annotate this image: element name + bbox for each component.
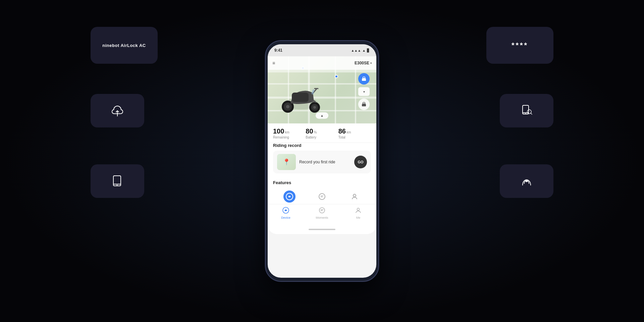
status-time: 9:41	[274, 48, 282, 53]
stat-remaining-label: Remaining	[273, 136, 306, 139]
device-name-display[interactable]: E300SE ▾	[355, 61, 372, 65]
passcode-label: ****	[512, 41, 528, 50]
stat-total-label: Total	[338, 136, 371, 139]
riding-map-thumbnail: 📍	[277, 154, 296, 170]
map-pin	[335, 75, 338, 78]
feature-icon-me[interactable]	[338, 191, 371, 203]
map-area: ≡ E300SE ▾	[268, 56, 376, 123]
map-header-bar: ≡ E300SE ▾	[268, 56, 376, 70]
bottom-nav: Device Moments	[268, 204, 376, 225]
stat-total: 86 km Total	[338, 127, 371, 139]
unlock-button[interactable]	[358, 73, 370, 85]
nav-me-icon	[355, 207, 362, 215]
me-feat-icon	[348, 191, 361, 203]
nav-me[interactable]: Me	[340, 207, 376, 219]
phone-frame: 9:41 ▲▲▲ ▲ ▊	[265, 40, 379, 282]
wifi-icon: ▲	[362, 49, 366, 52]
features-title: Features	[273, 180, 371, 188]
tablet-left-icon	[110, 174, 125, 189]
phone-screen: 9:41 ▲▲▲ ▲ ▊	[268, 44, 376, 278]
riding-record-title: Riding record	[273, 143, 371, 151]
map-road	[268, 70, 376, 72]
nav-device-label: Device	[281, 216, 290, 219]
features-section: Features	[268, 177, 376, 204]
svg-point-18	[319, 194, 325, 200]
seat-icon: ▲	[320, 114, 324, 117]
stat-battery-label: Battery	[306, 136, 338, 139]
nav-device[interactable]: Device	[268, 207, 304, 219]
lock-button[interactable]	[358, 99, 370, 110]
svg-point-12	[286, 105, 289, 108]
features-icons	[273, 188, 371, 204]
device-right-card[interactable]	[500, 94, 553, 127]
svg-point-26	[357, 208, 360, 211]
stats-row: 100 km Remaining 80 % Battery 86 km	[268, 123, 376, 143]
feature-icon-moments[interactable]	[306, 191, 338, 203]
stat-total-value: 86 km	[338, 127, 371, 135]
svg-point-5	[525, 113, 526, 114]
signal-icon: ▲▲▲	[351, 49, 361, 52]
svg-rect-16	[292, 93, 309, 102]
arrow-down-button[interactable]: ▾	[358, 87, 370, 96]
upload-card[interactable]	[91, 94, 144, 127]
riding-record-text: Record you first ride	[299, 159, 351, 165]
riding-record-card[interactable]: 📍 Record you first ride GO	[273, 151, 371, 173]
svg-point-15	[313, 106, 316, 109]
nav-moments-label: Moments	[316, 216, 328, 219]
stat-remaining-value: 100 km	[273, 127, 306, 135]
home-indicator	[268, 225, 376, 234]
home-bar	[309, 229, 335, 230]
stat-battery: 80 % Battery	[306, 127, 338, 139]
passcode-card[interactable]: ****	[486, 27, 553, 64]
status-icons: ▲▲▲ ▲ ▊	[351, 49, 370, 52]
go-button[interactable]: GO	[354, 156, 367, 168]
stat-battery-value: 80 %	[306, 127, 338, 135]
map-pin-icon: 📍	[283, 158, 290, 166]
phone-wrapper: 9:41 ▲▲▲ ▲ ▊	[265, 40, 379, 282]
nav-moments-icon	[319, 207, 325, 215]
nav-device-icon	[282, 207, 289, 215]
stat-remaining: 100 km Remaining	[273, 127, 306, 139]
tablet-left-card[interactable]	[91, 164, 144, 198]
device-feat-icon	[283, 191, 296, 203]
status-bar: 9:41 ▲▲▲ ▲ ▊	[268, 44, 376, 56]
svg-point-21	[353, 194, 356, 197]
moments-feat-icon	[316, 191, 328, 203]
battery-icon: ▊	[367, 49, 370, 52]
svg-line-7	[531, 113, 532, 114]
nav-moments[interactable]: Moments	[304, 207, 340, 219]
svg-point-2	[117, 185, 118, 186]
nav-me-label: Me	[356, 216, 361, 219]
svg-point-23	[319, 208, 325, 213]
airlock-card[interactable]: ninebot AirLock AC	[91, 27, 158, 64]
menu-icon[interactable]: ≡	[272, 60, 275, 66]
seat-open-button[interactable]: ▲	[316, 112, 328, 119]
broadcast-icon	[519, 174, 534, 189]
device-right-icon	[519, 103, 534, 118]
feature-icon-device[interactable]	[273, 191, 306, 203]
upload-icon	[110, 103, 125, 118]
broadcast-card[interactable]	[500, 164, 553, 198]
scooter-image	[274, 80, 328, 117]
airlock-label: ninebot AirLock AC	[102, 43, 146, 48]
riding-record-section: Riding record 📍 Record you first ride GO	[268, 143, 376, 177]
chevron-icon: ▾	[370, 62, 372, 65]
